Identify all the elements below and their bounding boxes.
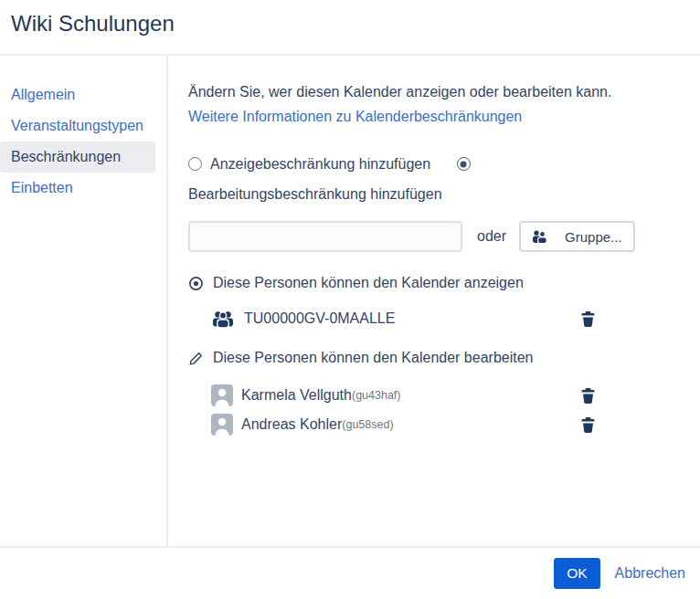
calendar-settings-dialog: Wiki Schulungen Allgemein Veranstaltungs… bbox=[0, 0, 700, 599]
view-section-heading: Diese Personen können den Kalender anzei… bbox=[188, 275, 685, 291]
edit-entry-row: Andreas Kohler(gu58sed) bbox=[211, 414, 595, 436]
sidebar-item-einbetten[interactable]: Einbetten bbox=[0, 173, 155, 204]
edit-section-heading-text: Diese Personen können den Kalender bearb… bbox=[213, 350, 533, 366]
sidebar: Allgemein Veranstaltungstypen Beschränku… bbox=[0, 56, 168, 546]
dialog-body: Allgemein Veranstaltungstypen Beschränku… bbox=[0, 56, 700, 546]
add-group-button-label: Gruppe... bbox=[565, 229, 622, 245]
group-people-icon bbox=[211, 310, 235, 328]
user-search-input[interactable] bbox=[188, 221, 462, 252]
group-entry-name: TU00000GV-0MAALLE bbox=[244, 310, 395, 327]
view-entry-row: TU00000GV-0MAALLE bbox=[211, 310, 595, 328]
delete-user-entry-button[interactable] bbox=[581, 417, 595, 433]
person-avatar-icon bbox=[211, 414, 233, 436]
dialog-footer: OK Abbrechen bbox=[0, 546, 700, 599]
restrictions-info-link[interactable]: Weitere Informationen zu Kalenderbeschrä… bbox=[188, 109, 522, 124]
eye-icon bbox=[188, 276, 204, 291]
edit-entry-row: Karmela Vellguth(gu43haf) bbox=[211, 384, 595, 406]
ok-button[interactable]: OK bbox=[554, 558, 599, 589]
person-avatar-icon bbox=[211, 384, 233, 406]
restrictions-panel: Ändern Sie, wer diesen Kalender anzeigen… bbox=[168, 56, 700, 546]
add-restriction-row: oder bbox=[188, 221, 685, 252]
trash-icon bbox=[581, 393, 595, 406]
restriction-type-radio-group: Anzeigebeschränkung hinzufügen Bearbeitu… bbox=[188, 149, 590, 209]
dialog-header: Wiki Schulungen bbox=[0, 0, 700, 56]
intro-text: Ändern Sie, wer diesen Kalender anzeigen… bbox=[188, 84, 611, 100]
view-restriction-radio-label: Anzeigebeschränkung hinzufügen bbox=[210, 156, 430, 172]
sidebar-item-veranstaltungstypen[interactable]: Veranstaltungstypen bbox=[0, 110, 155, 142]
edit-restriction-radio[interactable] bbox=[457, 157, 471, 171]
user-entry-username: (gu43haf) bbox=[352, 389, 401, 402]
view-restriction-radio-option[interactable]: Anzeigebeschränkung hinzufügen bbox=[188, 156, 430, 172]
dialog-title: Wiki Schulungen bbox=[11, 8, 689, 39]
sidebar-item-allgemein[interactable]: Allgemein bbox=[0, 79, 155, 110]
cancel-link[interactable]: Abbrechen bbox=[615, 565, 685, 582]
user-entry-name: Andreas Kohler bbox=[241, 416, 342, 433]
people-icon bbox=[532, 230, 548, 243]
edit-section-heading: Diese Personen können den Kalender bearb… bbox=[188, 350, 685, 366]
user-entry-name: Karmela Vellguth bbox=[241, 387, 352, 404]
delete-user-entry-button[interactable] bbox=[581, 388, 595, 404]
trash-icon bbox=[581, 316, 595, 330]
view-restriction-radio[interactable] bbox=[188, 157, 202, 171]
pencil-icon bbox=[188, 351, 204, 366]
edit-restriction-radio-label: Bearbeitungsbeschränkung hinzufügen bbox=[188, 186, 442, 202]
view-section-heading-text: Diese Personen können den Kalender anzei… bbox=[213, 275, 524, 291]
trash-icon bbox=[581, 422, 595, 436]
delete-group-entry-button[interactable] bbox=[581, 311, 595, 327]
add-group-button[interactable]: Gruppe... bbox=[519, 221, 635, 252]
intro-paragraph: Ändern Sie, wer diesen Kalender anzeigen… bbox=[188, 79, 621, 129]
user-entry-username: (gu58sed) bbox=[342, 418, 393, 431]
sidebar-item-beschraenkungen[interactable]: Beschränkungen bbox=[0, 142, 155, 173]
or-label: oder bbox=[477, 228, 506, 245]
